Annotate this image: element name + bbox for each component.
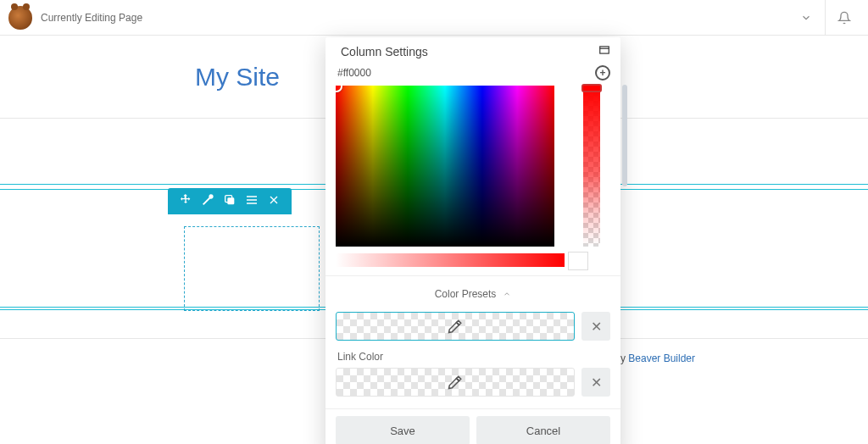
- hue-thumb[interactable]: [581, 84, 602, 92]
- topbar-divider: [825, 0, 826, 36]
- chevron-up-icon: [503, 290, 511, 298]
- alpha-slider[interactable]: [336, 253, 565, 267]
- color-swatch-active[interactable]: [336, 312, 575, 341]
- editing-mode-label: Currently Editing Page: [41, 12, 142, 24]
- footer-link[interactable]: Beaver Builder: [628, 352, 695, 364]
- copy-icon[interactable]: [219, 193, 241, 209]
- link-color-label: Link Color: [326, 347, 620, 364]
- color-hex-input[interactable]: [337, 67, 590, 79]
- eyedropper-icon: [448, 375, 463, 390]
- save-button[interactable]: Save: [336, 416, 470, 444]
- clear-color-button[interactable]: ✕: [581, 312, 610, 341]
- color-picker: [326, 86, 620, 247]
- wrench-icon[interactable]: [197, 193, 219, 209]
- beaver-logo[interactable]: [8, 6, 32, 30]
- close-icon[interactable]: [263, 193, 285, 209]
- column-selection-box[interactable]: [184, 226, 320, 311]
- color-presets-label: Color Presets: [435, 288, 497, 300]
- panel-title: Column Settings: [341, 45, 428, 58]
- hue-slider[interactable]: [583, 86, 600, 247]
- panel-footer-buttons: Save Cancel: [326, 408, 620, 444]
- column-settings-panel: Column Settings + Color Presets ✕ Link C…: [326, 37, 620, 444]
- color-presets-toggle[interactable]: Color Presets: [326, 275, 620, 308]
- clear-link-color-button[interactable]: ✕: [581, 368, 610, 397]
- eyedropper-icon: [448, 319, 463, 334]
- link-color-swatch-row: ✕: [326, 364, 620, 403]
- cancel-button[interactable]: Cancel: [476, 416, 610, 444]
- svg-rect-2: [600, 47, 609, 53]
- chevron-down-icon[interactable]: [791, 3, 821, 33]
- site-title[interactable]: My Site: [195, 63, 280, 92]
- panel-header: Column Settings: [326, 37, 620, 62]
- menu-icon[interactable]: [241, 193, 263, 209]
- color-hex-row: +: [326, 62, 620, 86]
- expand-window-icon[interactable]: [598, 44, 610, 58]
- bell-icon[interactable]: [829, 3, 860, 33]
- panel-scrollbar[interactable]: [622, 85, 627, 186]
- color-swatch-row: ✕: [326, 308, 620, 347]
- move-icon[interactable]: [175, 193, 197, 209]
- footer-credit: by Beaver Builder: [615, 352, 695, 364]
- add-preset-icon[interactable]: +: [595, 65, 610, 80]
- column-toolbar: [168, 188, 292, 214]
- saturation-value-box[interactable]: [336, 86, 554, 247]
- link-color-swatch[interactable]: [336, 368, 575, 397]
- svg-rect-0: [227, 197, 234, 204]
- sv-cursor[interactable]: [336, 86, 342, 92]
- top-bar: Currently Editing Page: [0, 0, 868, 36]
